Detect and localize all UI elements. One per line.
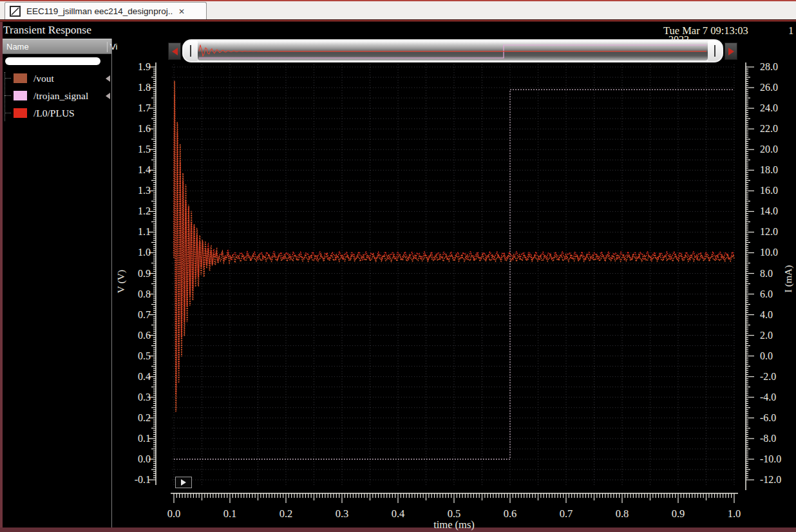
svg-text:16.0: 16.0 <box>760 185 778 196</box>
svg-text:0.4: 0.4 <box>392 508 405 520</box>
svg-text:0.1: 0.1 <box>223 508 237 520</box>
svg-text:time (ms): time (ms) <box>433 518 475 531</box>
scroll-left-button[interactable] <box>168 43 181 60</box>
svg-text:0.5: 0.5 <box>138 350 151 361</box>
svg-text:-12.0: -12.0 <box>760 474 781 485</box>
right-arrow-icon <box>728 48 734 55</box>
waveform-window: EEC119_jsillman eec214_designproj... ✕ T… <box>0 0 796 532</box>
svg-text:0.7: 0.7 <box>560 508 573 520</box>
svg-text:-0.1: -0.1 <box>135 474 151 485</box>
svg-text:2.0: 2.0 <box>760 330 773 341</box>
svg-text:0.8: 0.8 <box>616 508 629 520</box>
svg-text:1.8: 1.8 <box>138 82 151 93</box>
svg-text:-8.0: -8.0 <box>760 433 776 444</box>
svg-text:0.0: 0.0 <box>167 508 181 520</box>
plot-overview-slider[interactable] <box>182 39 723 62</box>
svg-text:22.0: 22.0 <box>760 123 778 134</box>
svg-text:0.1: 0.1 <box>138 433 151 444</box>
svg-text:24.0: 24.0 <box>760 102 778 113</box>
waveform-plot-canvas[interactable]: -0.10.00.10.20.30.40.50.60.70.80.91.01.1… <box>0 0 796 532</box>
svg-text:-6.0: -6.0 <box>760 412 776 423</box>
svg-text:20.0: 20.0 <box>760 144 778 155</box>
svg-text:1.4: 1.4 <box>138 164 151 175</box>
svg-text:0.2: 0.2 <box>280 508 293 520</box>
svg-text:0.7: 0.7 <box>138 309 151 320</box>
svg-text:10.0: 10.0 <box>760 247 778 258</box>
svg-text:8.0: 8.0 <box>760 268 773 279</box>
svg-text:14.0: 14.0 <box>760 205 778 216</box>
svg-text:1.6: 1.6 <box>138 123 151 134</box>
svg-text:1.0: 1.0 <box>728 508 741 520</box>
svg-text:0.9: 0.9 <box>672 508 685 520</box>
svg-text:0.6: 0.6 <box>138 330 151 341</box>
svg-text:-2.0: -2.0 <box>760 371 776 382</box>
left-arrow-icon <box>172 48 178 55</box>
svg-text:1.1: 1.1 <box>138 226 151 237</box>
svg-text:1.9: 1.9 <box>138 61 151 72</box>
grip-icon <box>714 45 715 57</box>
svg-text:4.0: 4.0 <box>760 309 773 320</box>
svg-text:0.0: 0.0 <box>138 453 151 464</box>
svg-text:0.0: 0.0 <box>760 350 773 361</box>
svg-text:0.9: 0.9 <box>138 268 151 279</box>
svg-text:0.3: 0.3 <box>138 392 151 403</box>
svg-text:-10.0: -10.0 <box>760 453 781 464</box>
slider-handle-right[interactable] <box>708 41 722 61</box>
svg-text:12.0: 12.0 <box>760 226 778 237</box>
scroll-right-button[interactable] <box>725 43 737 60</box>
svg-text:0.4: 0.4 <box>138 371 151 382</box>
svg-text:1.7: 1.7 <box>138 102 151 113</box>
svg-text:1.0: 1.0 <box>138 247 151 258</box>
slider-handle-left[interactable] <box>184 41 198 61</box>
svg-text:0.8: 0.8 <box>138 289 151 299</box>
svg-text:1.5: 1.5 <box>138 144 151 155</box>
svg-text:6.0: 6.0 <box>760 289 773 299</box>
svg-text:V (V): V (V) <box>115 270 127 293</box>
grip-icon <box>190 45 191 57</box>
svg-text:-4.0: -4.0 <box>760 392 776 403</box>
overview-mini-waveform <box>198 41 708 61</box>
svg-text:0.2: 0.2 <box>138 412 151 423</box>
svg-text:0.3: 0.3 <box>336 508 349 520</box>
svg-text:1.3: 1.3 <box>138 185 151 196</box>
svg-text:0.6: 0.6 <box>504 508 517 520</box>
play-icon <box>181 479 186 486</box>
svg-text:I (mA): I (mA) <box>782 265 794 293</box>
svg-text:28.0: 28.0 <box>760 61 778 72</box>
svg-text:1.2: 1.2 <box>138 205 151 216</box>
svg-text:26.0: 26.0 <box>760 82 778 93</box>
animation-play-button[interactable] <box>175 477 192 488</box>
svg-text:18.0: 18.0 <box>760 164 778 175</box>
